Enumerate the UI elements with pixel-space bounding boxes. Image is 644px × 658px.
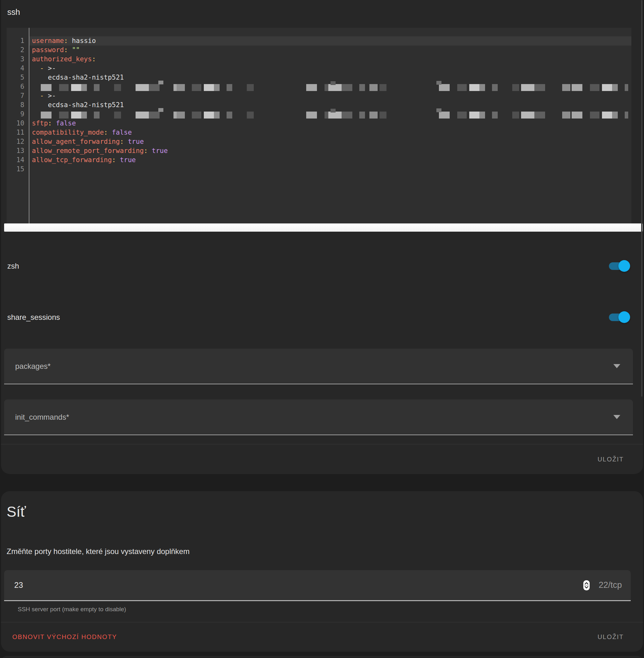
line-number: 10 xyxy=(7,119,29,128)
ssh-port-field[interactable]: 22/tcp xyxy=(4,570,631,601)
init-commands-dropdown[interactable]: init_commands* xyxy=(4,400,633,435)
line-number: 8 xyxy=(7,100,29,110)
line-number: 13 xyxy=(7,146,29,156)
line-number: 14 xyxy=(7,156,29,165)
port-stepper-icon[interactable] xyxy=(583,580,590,590)
redacted-ssh-key xyxy=(41,112,628,118)
code-line: 12allow_agent_forwarding: true xyxy=(7,137,631,146)
code-line: 8 ecdsa-sha2-nistp521 xyxy=(7,100,631,110)
chevron-down-icon xyxy=(613,364,620,368)
ssh-config-label: ssh xyxy=(6,0,638,17)
zsh-toggle-row: zsh xyxy=(6,259,638,273)
save-button[interactable]: ULOŽIT xyxy=(596,633,626,641)
code-line: 15 xyxy=(7,165,631,174)
code-line: 6 xyxy=(7,82,631,91)
toggle-knob xyxy=(618,260,630,272)
next-card-top-edge xyxy=(1,656,643,658)
line-number: 2 xyxy=(7,46,29,55)
packages-dropdown-label: packages* xyxy=(15,362,50,371)
line-number: 4 xyxy=(7,64,29,73)
line-number: 11 xyxy=(7,128,29,137)
network-card-footer: OBNOVIT VÝCHOZÍ HODNOTY ULOŽIT xyxy=(1,622,643,652)
ssh-port-input[interactable] xyxy=(14,580,141,590)
toggle-knob xyxy=(618,311,630,323)
line-number: 9 xyxy=(7,110,29,119)
line-number: 3 xyxy=(7,55,29,64)
line-number: 5 xyxy=(7,73,29,82)
share-sessions-toggle[interactable] xyxy=(609,311,630,323)
packages-dropdown[interactable]: packages* xyxy=(4,348,633,384)
network-section-title: Síť xyxy=(6,491,638,521)
editor-horizontal-scrollbar[interactable] xyxy=(4,223,643,232)
line-number: 6 xyxy=(7,82,29,91)
init-commands-dropdown-label: init_commands* xyxy=(15,413,69,422)
code-line: 3authorized_keys: xyxy=(7,55,631,64)
code-line: 11compatibility_mode: false xyxy=(7,128,631,137)
zsh-toggle[interactable] xyxy=(609,260,630,272)
line-number: 15 xyxy=(7,165,29,174)
code-line: 7 - >- xyxy=(7,91,631,100)
network-card: Síť Změňte porty hostitele, které jsou v… xyxy=(1,491,643,652)
line-number: 12 xyxy=(7,137,29,146)
yaml-config-editor[interactable]: 1username: hassio2password: ""3authorize… xyxy=(7,28,631,223)
container-port-label: 22/tcp xyxy=(598,580,622,590)
network-section-description: Změňte porty hostitele, které jsou vysta… xyxy=(6,547,638,556)
code-line: 10sftp: false xyxy=(7,119,631,128)
line-number: 1 xyxy=(7,36,29,46)
ssh-config-card: ssh 1username: hassio2password: ""3autho… xyxy=(1,0,643,474)
yaml-code-lines: 1username: hassio2password: ""3authorize… xyxy=(7,28,631,174)
ssh-port-helper-text: SSH server port (make empty to disable) xyxy=(18,606,638,613)
zsh-toggle-label: zsh xyxy=(6,262,19,271)
chevron-down-icon xyxy=(613,415,620,419)
share-sessions-toggle-label: share_sessions xyxy=(6,313,60,322)
code-line: 4 - >- xyxy=(7,64,631,73)
page-scrollbar[interactable] xyxy=(641,0,642,396)
code-line: 13allow_remote_port_forwarding: true xyxy=(7,146,631,156)
save-button[interactable]: ULOŽIT xyxy=(596,455,626,463)
code-line: 5 ecdsa-sha2-nistp521 xyxy=(7,73,631,82)
code-line: 9 xyxy=(7,110,631,119)
reset-defaults-button[interactable]: OBNOVIT VÝCHOZÍ HODNOTY xyxy=(10,633,119,641)
redacted-ssh-key xyxy=(41,84,628,91)
code-line: 2password: "" xyxy=(7,46,631,55)
ssh-card-footer: ULOŽIT xyxy=(1,444,643,474)
line-number: 7 xyxy=(7,91,29,100)
code-line: 1username: hassio xyxy=(7,36,631,46)
code-line: 14allow_tcp_forwarding: true xyxy=(7,156,631,165)
share-sessions-toggle-row: share_sessions xyxy=(6,310,638,324)
